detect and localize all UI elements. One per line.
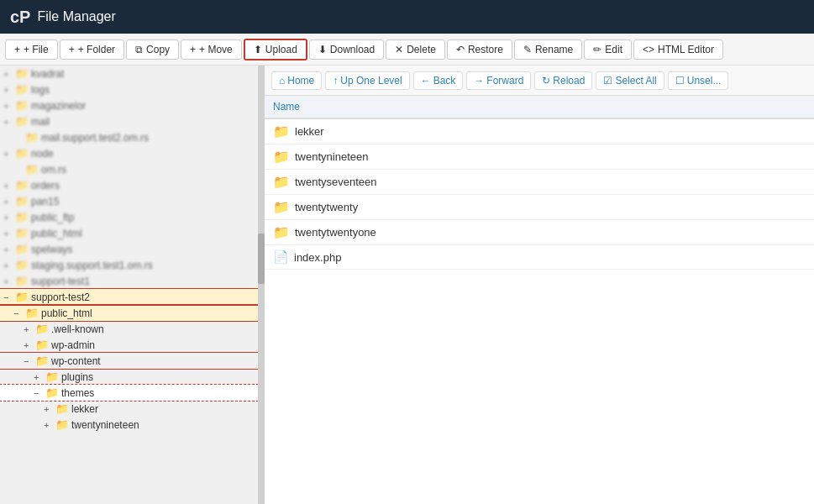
tree-item[interactable]: 📁mail.support.test2.om.rs: [0, 129, 258, 145]
up-one-level-button[interactable]: ↑ Up One Level: [325, 71, 409, 90]
tree-item-label: support-test1: [31, 276, 90, 287]
table-row[interactable]: 📁twentyseventeen: [265, 170, 814, 195]
tree-toggle[interactable]: +: [3, 197, 15, 207]
restore-icon: ↶: [456, 44, 465, 55]
folder-plus-icon: +: [69, 44, 75, 55]
tree-item[interactable]: −📁public_html: [0, 305, 258, 321]
tree-item[interactable]: +📁magazinelor: [0, 97, 258, 113]
html-editor-button[interactable]: <> HTML Editor: [633, 39, 723, 60]
back-button[interactable]: ← Back: [413, 71, 464, 90]
tree-content[interactable]: +📁kvadrat+📁logs+📁magazinelor+📁mail📁mail.…: [0, 66, 258, 504]
table-row[interactable]: 📁twentynineteen: [265, 144, 814, 170]
file-button[interactable]: + + File: [5, 39, 58, 60]
tree-item-label: public_html: [31, 228, 82, 239]
app-header: cP File Manager: [0, 0, 814, 34]
folder-icon: 📁: [35, 339, 49, 351]
tree-item[interactable]: +📁lekker: [0, 401, 258, 417]
tree-toggle[interactable]: +: [24, 340, 35, 350]
table-row[interactable]: 📁lekker: [265, 118, 814, 144]
tree-item[interactable]: +📁twentynineteen: [0, 417, 258, 433]
tree-item[interactable]: −📁themes: [0, 385, 258, 401]
upload-button[interactable]: ⬆ Upload: [244, 39, 307, 60]
delete-button[interactable]: ✕ Delete: [386, 39, 445, 60]
tree-item[interactable]: −📁wp-content: [0, 353, 258, 369]
reload-button[interactable]: ↻ Reload: [534, 71, 592, 90]
folder-button[interactable]: + + Folder: [60, 39, 124, 60]
tree-item[interactable]: +📁spelways: [0, 241, 258, 257]
tree-item[interactable]: +📁logs: [0, 81, 258, 97]
tree-item[interactable]: +📁staging.support.test1.om.rs: [0, 257, 258, 273]
tree-toggle[interactable]: +: [3, 117, 15, 127]
tree-item[interactable]: +📁wp-admin: [0, 337, 258, 353]
tree-toggle[interactable]: +: [3, 276, 15, 286]
tree-toggle[interactable]: +: [44, 404, 55, 414]
tree-item[interactable]: +📁node: [0, 145, 258, 161]
tree-item-label: mail.support.test2.om.rs: [41, 132, 149, 144]
tree-item[interactable]: −📁support-test2: [0, 289, 258, 305]
unsel-button[interactable]: ☐ Unsel...: [668, 71, 729, 90]
file-name: twentytwentyone: [295, 226, 376, 239]
tree-item-label: plugins: [61, 371, 93, 383]
table-row[interactable]: 📁twentytwenty: [265, 195, 814, 220]
file-name: index.php: [294, 251, 341, 264]
home-button[interactable]: ⌂ Home: [271, 71, 322, 90]
edit-button[interactable]: ✏ Edit: [584, 39, 632, 60]
tree-scrollbar-thumb[interactable]: [258, 234, 265, 284]
name-column-header[interactable]: Name: [265, 96, 814, 118]
tree-toggle[interactable]: −: [13, 308, 25, 318]
copy-button[interactable]: ⧉ Copy: [126, 39, 179, 60]
move-button[interactable]: + + Move: [181, 39, 242, 60]
tree-panel: +📁kvadrat+📁logs+📁magazinelor+📁mail📁mail.…: [0, 66, 265, 504]
select-all-icon: ☑: [603, 75, 612, 87]
folder-icon: 📁: [15, 275, 29, 287]
forward-button[interactable]: → Forward: [466, 71, 531, 90]
tree-item[interactable]: +📁plugins: [0, 369, 258, 385]
folder-icon: 📁: [15, 83, 29, 96]
tree-item[interactable]: +📁support-test1: [0, 273, 258, 289]
tree-item[interactable]: +📁public_ftp: [0, 209, 258, 225]
tree-item-label: staging.support.test1.om.rs: [31, 260, 153, 271]
tree-toggle[interactable]: +: [44, 420, 55, 430]
cpanel-icon: cP: [10, 8, 30, 27]
tree-toggle[interactable]: +: [3, 244, 15, 255]
folder-icon: 📁: [15, 179, 29, 192]
tree-toggle[interactable]: +: [3, 260, 15, 270]
tree-toggle[interactable]: +: [3, 85, 15, 95]
tree-toggle[interactable]: +: [3, 181, 15, 191]
tree-toggle[interactable]: +: [3, 69, 15, 79]
select-all-button[interactable]: ☑ Select All: [596, 71, 664, 90]
tree-toggle[interactable]: +: [3, 213, 15, 223]
tree-toggle[interactable]: +: [24, 324, 35, 334]
download-button[interactable]: ⬇ Download: [309, 39, 384, 60]
tree-toggle[interactable]: +: [34, 372, 45, 382]
tree-toggle[interactable]: +: [3, 149, 15, 159]
tree-item[interactable]: +📁pan15: [0, 193, 258, 209]
html-editor-icon: <>: [643, 44, 654, 55]
tree-item-label: wp-content: [51, 355, 101, 367]
tree-item[interactable]: +📁mail: [0, 113, 258, 129]
folder-icon: 📁: [15, 195, 29, 207]
table-row[interactable]: 📄index.php: [265, 245, 814, 270]
tree-toggle[interactable]: −: [34, 388, 45, 398]
tree-toggle[interactable]: −: [3, 292, 15, 302]
forward-icon: →: [474, 75, 484, 87]
tree-toggle[interactable]: −: [24, 356, 35, 366]
tree-toggle[interactable]: +: [3, 228, 15, 239]
content-panel: ⌂ Home ↑ Up One Level ← Back → Forward ↻…: [265, 66, 814, 504]
tree-item[interactable]: 📁om.rs: [0, 161, 258, 177]
file-name: twentynineteen: [295, 150, 368, 163]
rename-button[interactable]: ✎ Rename: [514, 39, 582, 60]
tree-item[interactable]: +📁public_html: [0, 225, 258, 241]
tree-item[interactable]: +📁orders: [0, 177, 258, 193]
table-row[interactable]: 📁twentytwentyone: [265, 220, 814, 245]
tree-item[interactable]: +📁kvadrat: [0, 66, 258, 81]
tree-scrollbar[interactable]: [258, 66, 265, 504]
app-title: File Manager: [37, 9, 115, 24]
tree-toggle[interactable]: +: [3, 101, 15, 111]
tree-item[interactable]: +📁.well-known: [0, 321, 258, 337]
tree-item-label: twentynineteen: [71, 419, 139, 431]
folder-icon: 📁: [15, 67, 29, 80]
file-table[interactable]: Name 📁lekker📁twentynineteen📁twentysevent…: [265, 96, 814, 504]
restore-button[interactable]: ↶ Restore: [447, 39, 512, 60]
tree-item-label: spelways: [31, 244, 72, 255]
